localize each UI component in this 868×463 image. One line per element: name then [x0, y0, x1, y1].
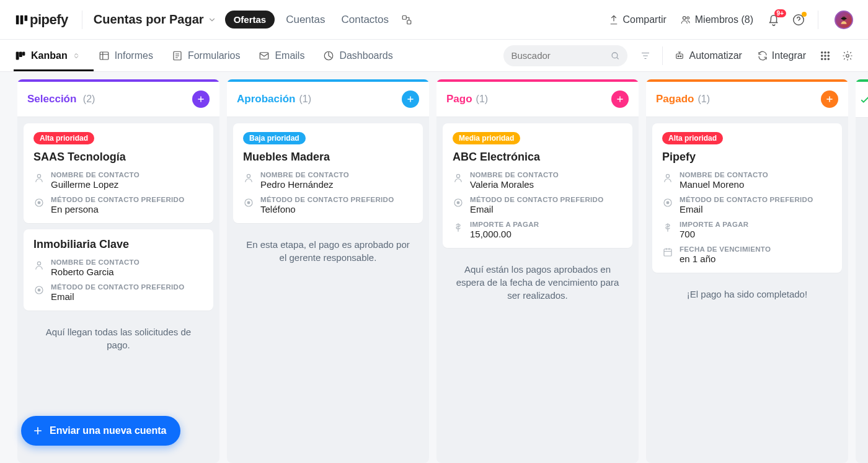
svg-point-27 [822, 58, 823, 60]
field-label: NOMBRE DE CONTACTO [470, 171, 559, 179]
members-icon [680, 14, 691, 25]
avatar-face-icon [838, 14, 849, 25]
avatar[interactable] [835, 11, 853, 29]
card-title: Pipefy [662, 151, 832, 164]
logo-text: pipefy [30, 12, 68, 28]
apps-icon[interactable] [820, 50, 831, 61]
fab-label: Enviar una nueva cuenta [50, 425, 167, 436]
search-input[interactable] [511, 50, 610, 61]
svg-point-40 [456, 174, 459, 177]
add-card-button[interactable] [611, 90, 629, 108]
tab-emails-label: Emails [275, 50, 304, 61]
field-label: NOMBRE DE CONTACTO [51, 258, 140, 266]
connections-icon[interactable] [401, 14, 412, 25]
svg-point-17 [612, 52, 618, 58]
svg-point-36 [38, 289, 40, 291]
search-box[interactable] [503, 45, 627, 66]
new-account-fab[interactable]: Enviar una nueva cuenta [21, 416, 180, 446]
notifications-button[interactable]: 9+ [767, 13, 781, 27]
gear-icon[interactable] [842, 50, 853, 61]
field-label: MÉTODO DE CONTACTO PREFERIDO [470, 196, 603, 203]
svg-rect-3 [402, 15, 406, 19]
add-card-button[interactable] [192, 90, 210, 108]
person-icon [33, 260, 45, 271]
nav-cuentas[interactable]: Cuentas [286, 14, 325, 26]
card-saas[interactable]: Alta prioridad SAAS Tecnología NOMBRE DE… [24, 123, 213, 223]
svg-rect-1 [20, 15, 24, 24]
notifications-badge: 9+ [774, 9, 786, 17]
plus-icon [616, 95, 624, 104]
logo-icon [15, 13, 29, 27]
tab-kanban[interactable]: Kanban [15, 50, 80, 61]
plus-icon [406, 95, 415, 104]
nav-contactos[interactable]: Contactos [341, 14, 389, 26]
chevron-down-icon[interactable] [208, 15, 216, 24]
ofertas-chip[interactable]: Ofertas [225, 11, 275, 29]
pipe-name[interactable]: Cuentas por Pagar [94, 12, 204, 27]
field-label: MÉTODO DE CONTACTO PREFERIDO [260, 196, 394, 203]
mail-icon [259, 50, 270, 61]
svg-point-21 [822, 51, 823, 53]
card-abc[interactable]: Media prioridad ABC Electrónica NOMBRE D… [443, 123, 632, 248]
svg-point-31 [37, 174, 40, 177]
column-count: (1) [299, 94, 311, 104]
svg-point-39 [247, 201, 250, 204]
card-inmobiliaria[interactable]: Inmobiliaria Clave NOMBRE DE CONTACTORob… [24, 229, 213, 311]
share-icon [608, 14, 619, 25]
card-muebles[interactable]: Baja prioridad Muebles Madera NOMBRE DE … [233, 123, 423, 223]
tab-emails[interactable]: Emails [259, 50, 304, 61]
help-button[interactable] [792, 13, 805, 27]
method-value: En persona [51, 204, 184, 214]
dashboard-icon [323, 50, 334, 61]
column-seleccion: Selección (2) Alta prioridad SAAS Tecnol… [17, 79, 219, 463]
divider [818, 11, 818, 29]
card-pipefy[interactable]: Alta prioridad Pipefy NOMBRE DE CONTACTO… [652, 123, 842, 273]
filter-icon[interactable] [640, 50, 651, 61]
field-label: IMPORTE A PAGAR [680, 221, 748, 228]
tab-formularios[interactable]: Formularios [172, 50, 240, 61]
svg-point-42 [457, 201, 459, 204]
svg-point-24 [822, 55, 823, 56]
svg-point-20 [680, 55, 681, 56]
tab-formularios-label: Formularios [188, 50, 240, 61]
field-label: MÉTODO DE CONTACTO PREFERIDO [51, 283, 184, 291]
field-label: NOMBRE DE CONTACTO [260, 171, 349, 179]
priority-pill: Alta prioridad [33, 132, 94, 144]
svg-point-25 [825, 55, 826, 56]
tab-informes-label: Informes [115, 50, 153, 61]
due-value: en 1 año [680, 254, 771, 264]
svg-rect-2 [25, 15, 28, 20]
logo[interactable]: pipefy [15, 12, 68, 28]
field-label: MÉTODO DE CONTACTO PREFERIDO [680, 196, 813, 203]
column-hint: En esta etapa, el pago es aprobado por e… [233, 229, 423, 273]
method-value: Email [470, 204, 603, 214]
table-icon [99, 50, 110, 61]
column-next-peek[interactable] [856, 79, 868, 463]
top-bar: pipefy Cuentas por Pagar Ofertas Cuentas… [0, 0, 868, 40]
column-title: Selección [27, 93, 76, 105]
radio-icon [453, 197, 464, 208]
card-title: SAAS Tecnología [33, 151, 203, 164]
svg-point-23 [828, 51, 829, 53]
help-dot [802, 12, 807, 17]
svg-point-5 [683, 16, 686, 19]
tab-informes[interactable]: Informes [99, 50, 153, 61]
members-button[interactable]: Miembros (8) [680, 14, 753, 25]
tab-dashboards[interactable]: Dashboards [323, 50, 392, 61]
contact-value: Guillerme Lopez [51, 179, 140, 190]
second-bar: Kanban Informes Formularios Emails Dashb… [0, 40, 868, 72]
radio-icon [662, 197, 673, 208]
automate-button[interactable]: Automatizar [674, 50, 742, 61]
divider [662, 46, 663, 65]
column-header: Selección (2) [17, 82, 219, 117]
robot-icon [674, 50, 685, 61]
contact-value: Pedro Hernández [260, 179, 349, 190]
share-button[interactable]: Compartir [608, 14, 666, 25]
add-card-button[interactable] [821, 90, 838, 108]
svg-rect-12 [23, 52, 25, 55]
svg-point-29 [828, 58, 829, 60]
column-hint: Aquí llegan todas las solicitudes de pag… [24, 317, 213, 360]
add-card-button[interactable] [402, 90, 419, 108]
integrate-button[interactable]: Integrar [757, 50, 806, 61]
svg-point-33 [38, 201, 40, 204]
